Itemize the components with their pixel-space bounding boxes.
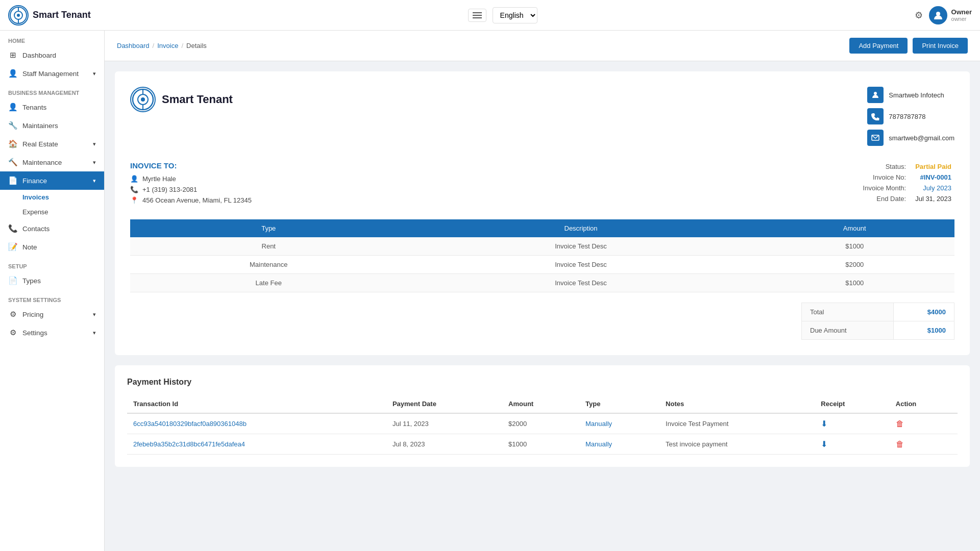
sidebar-item-maintenance[interactable]: 🔨 Maintenance ▾ (0, 153, 104, 171)
row-type: Rent (130, 237, 407, 256)
row-amount: $2000 (755, 256, 954, 274)
avatar (929, 6, 947, 24)
payment-date: Jul 8, 2023 (386, 434, 502, 455)
finance-icon: 📄 (8, 176, 17, 185)
sidebar-item-staff-label: Staff Management (22, 70, 79, 78)
payment-notes: Invoice Test Payment (659, 413, 815, 434)
status-badge: Partial Paid (915, 163, 951, 170)
sidebar-item-dashboard[interactable]: ⊞ Dashboard (0, 46, 104, 64)
sidebar-section-business: Business Management (0, 83, 104, 98)
payment-amount: $1000 (502, 434, 579, 455)
gear-icon-button[interactable]: ⚙ (915, 10, 923, 21)
svg-point-5 (936, 12, 940, 16)
action-delete[interactable]: 🗑 (890, 434, 958, 455)
maintenance-icon: 🔨 (8, 158, 17, 167)
delete-icon[interactable]: 🗑 (896, 440, 904, 448)
sidebar-item-invoices-label: Invoices (22, 193, 49, 201)
company-phone: 7878787878 (889, 113, 925, 120)
action-buttons: Add Payment Print Invoice (849, 38, 968, 54)
sidebar-item-staff[interactable]: 👤 Staff Management ▾ (0, 64, 104, 83)
invoice-company-name: Smart Tenant (162, 93, 233, 106)
sidebar-item-note[interactable]: 📝 Note (0, 238, 104, 256)
add-payment-button[interactable]: Add Payment (849, 38, 908, 54)
invoice-meta: Status: Partial Paid Invoice No: #INV-00… (860, 161, 954, 204)
language-select[interactable]: English (493, 7, 537, 23)
sidebar-item-dashboard-label: Dashboard (22, 52, 56, 59)
svg-point-8 (141, 97, 145, 102)
payment-history-table: Transaction Id Payment Date Amount Type … (127, 395, 958, 455)
sidebar-item-expense[interactable]: Expense (0, 205, 104, 219)
table-row: Rent Invoice Test Desc $1000 (130, 237, 954, 256)
row-amount: $1000 (755, 237, 954, 256)
client-name-row: 👤 Myrtle Hale (130, 175, 252, 183)
sidebar-item-pricing[interactable]: ⚙ Pricing ▾ (0, 305, 104, 323)
breadcrumb-dashboard[interactable]: Dashboard (117, 42, 150, 49)
due-amount-label: Due Amount (802, 321, 894, 340)
ph-col-type: Type (579, 395, 659, 413)
invoice-logo: Smart Tenant (130, 87, 233, 112)
client-phone-row: 📞 +1 (319) 313-2081 (130, 186, 252, 193)
email-icon (867, 130, 884, 146)
download-icon[interactable]: ⬇ (821, 440, 827, 448)
ph-col-action: Action (890, 395, 958, 413)
client-address: 456 Ocean Avenue, Miami, FL 12345 (142, 196, 252, 204)
hamburger-button[interactable] (468, 9, 486, 22)
ph-col-receipt: Receipt (815, 395, 890, 413)
sidebar-item-types[interactable]: 📄 Types (0, 271, 104, 290)
user-role: owner (951, 16, 972, 22)
contacts-icon: 📞 (8, 224, 17, 233)
client-address-row: 📍 456 Ocean Avenue, Miami, FL 12345 (130, 196, 252, 204)
phone-icon (867, 108, 884, 124)
sidebar-item-invoices[interactable]: Invoices (0, 190, 104, 205)
sidebar-item-tenants-label: Tenants (22, 104, 46, 111)
breadcrumb-sep2: / (181, 42, 183, 49)
client-phone: +1 (319) 313-2081 (142, 186, 197, 193)
sidebar-item-maintainers[interactable]: 🔧 Maintainers (0, 116, 104, 135)
action-delete[interactable]: 🗑 (890, 413, 958, 434)
total-label: Total (802, 303, 894, 321)
payment-type: Manually (579, 434, 659, 455)
status-label: Status: (860, 161, 910, 172)
logo-icon (8, 5, 29, 26)
sidebar-item-finance[interactable]: 📄 Finance ▾ (0, 171, 104, 190)
sidebar-item-finance-label: Finance (22, 177, 47, 185)
sidebar-item-real-estate-label: Real Estate (22, 140, 58, 148)
sidebar-item-contacts[interactable]: 📞 Contacts (0, 219, 104, 238)
invoice-to-details: INOVICE TO: 👤 Myrtle Hale 📞 +1 (319) 313… (130, 161, 252, 207)
invoice-to-section: INOVICE TO: 👤 Myrtle Hale 📞 +1 (319) 313… (130, 161, 954, 207)
receipt-download[interactable]: ⬇ (815, 413, 890, 434)
row-type: Late Fee (130, 274, 407, 292)
dashboard-icon: ⊞ (8, 51, 17, 60)
breadcrumb-invoice[interactable]: Invoice (157, 42, 178, 49)
chevron-down-icon: ▾ (93, 159, 96, 166)
receipt-download[interactable]: ⬇ (815, 434, 890, 455)
tenants-icon: 👤 (8, 103, 17, 112)
svg-point-11 (874, 92, 877, 95)
app-title: Smart Tenant (33, 10, 91, 20)
invoice-table: Type Description Amount Rent Invoice Tes… (130, 219, 954, 292)
sidebar-item-contacts-label: Contacts (22, 225, 50, 233)
sidebar-item-real-estate[interactable]: 🏠 Real Estate ▾ (0, 135, 104, 153)
location-icon: 📍 (130, 196, 138, 204)
print-invoice-button[interactable]: Print Invoice (913, 38, 968, 54)
content-area: Dashboard / Invoice / Details Add Paymen… (105, 31, 980, 551)
transaction-id: 2febeb9a35b2c31d8bc6471fe5dafea4 (127, 434, 386, 455)
row-description: Invoice Test Desc (407, 274, 755, 292)
table-row: Maintenance Invoice Test Desc $2000 (130, 256, 954, 274)
row-type: Maintenance (130, 256, 407, 274)
person-small-icon: 👤 (130, 175, 138, 183)
end-date-label: End Date: (860, 193, 910, 204)
sidebar-item-types-label: Types (22, 277, 41, 285)
maintainers-icon: 🔧 (8, 121, 17, 130)
delete-icon[interactable]: 🗑 (896, 419, 904, 428)
download-icon[interactable]: ⬇ (821, 419, 827, 428)
contact-row-name: Smartweb Infotech (867, 87, 954, 103)
client-name: Myrtle Hale (142, 175, 176, 183)
payment-type: Manually (579, 413, 659, 434)
sidebar-item-tenants[interactable]: 👤 Tenants (0, 98, 104, 116)
sidebar-item-settings[interactable]: ⚙ Settings ▾ (0, 323, 104, 342)
total-value: $4000 (893, 303, 954, 321)
payment-table-row: 6cc93a540180329bfacf0a890361048b Jul 11,… (127, 413, 958, 434)
sidebar-item-settings-label: Settings (22, 329, 47, 337)
company-email: smartweb@gmail.com (889, 134, 954, 142)
